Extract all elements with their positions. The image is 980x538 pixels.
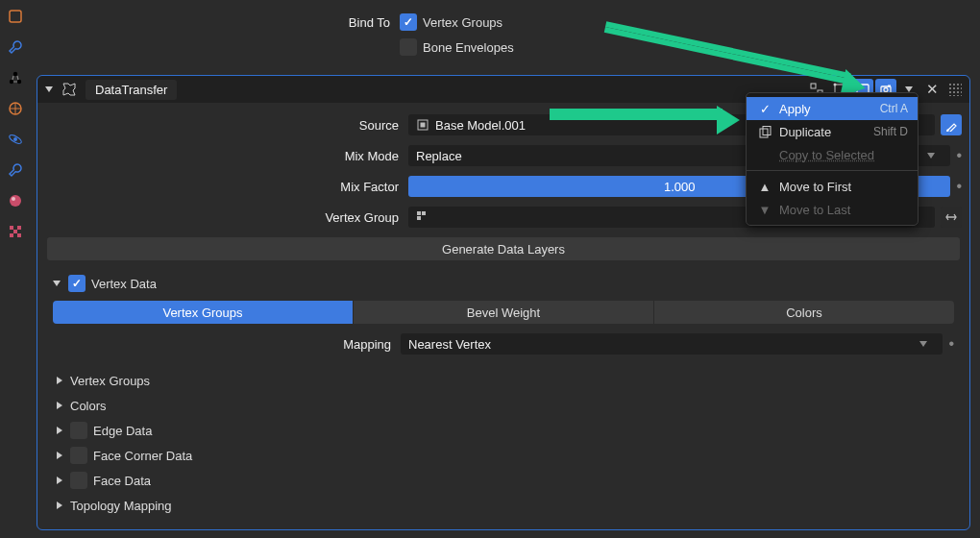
bone-envelopes-checkbox[interactable] (400, 38, 417, 56)
shortcut-label: Shift D (873, 125, 908, 138)
svg-rect-14 (811, 84, 816, 88)
mix-factor-label: Mix Factor (45, 180, 408, 194)
svg-rect-10 (17, 226, 21, 230)
svg-point-8 (12, 197, 15, 201)
svg-point-7 (10, 195, 21, 207)
scene-tab-icon[interactable] (7, 69, 24, 86)
tab-vertex-groups[interactable]: Vertex Groups (53, 301, 354, 324)
vertex-groups-label: Vertex Groups (423, 15, 502, 30)
mix-mode-label: Mix Mode (45, 149, 408, 163)
svg-point-5 (13, 137, 17, 141)
tab-colors[interactable]: Colors (654, 301, 954, 324)
drag-handle-icon[interactable] (948, 83, 962, 96)
menu-separator (747, 170, 918, 171)
menu-item-apply[interactable]: ✓ Apply Ctrl A (747, 97, 918, 120)
modifier-type-icon (61, 81, 78, 98)
menu-item-move-to-first[interactable]: ▲ Move to First (747, 175, 918, 198)
mix-factor-value: 1.000 (664, 180, 696, 194)
source-eyedropper-button[interactable] (941, 114, 962, 135)
duplicate-icon (756, 126, 773, 138)
vertex-groups-checkbox[interactable] (400, 13, 417, 31)
svg-point-2 (17, 80, 21, 84)
list-item-vertex-groups[interactable]: Vertex Groups (53, 368, 954, 393)
face-corner-data-checkbox[interactable] (70, 447, 87, 464)
mapping-label: Mapping (53, 337, 401, 352)
svg-rect-27 (421, 123, 426, 128)
svg-rect-31 (760, 129, 768, 137)
physics-tab-icon[interactable] (7, 131, 24, 148)
menu-item-move-to-last: ▼ Move to Last (747, 198, 918, 221)
chevron-down-icon[interactable] (53, 281, 61, 286)
mesh-icon (416, 118, 429, 132)
vertex-data-checkbox[interactable] (68, 275, 86, 292)
chevron-right-icon (57, 501, 62, 509)
chevron-right-icon (57, 477, 62, 484)
menu-item-duplicate[interactable]: Duplicate Shift D (747, 120, 918, 143)
svg-rect-25 (888, 86, 891, 87)
material-tab-icon[interactable] (7, 192, 24, 209)
svg-point-24 (884, 88, 888, 92)
svg-point-3 (13, 72, 17, 76)
edge-data-checkbox[interactable] (70, 422, 87, 439)
svg-rect-11 (13, 230, 17, 233)
list-item-topology-mapping[interactable]: Topology Mapping (53, 493, 954, 518)
invert-vgroup-button[interactable] (941, 207, 962, 228)
shortcut-label: Ctrl A (880, 102, 908, 115)
modifier-close-button[interactable]: ✕ (921, 79, 943, 100)
bone-envelopes-label: Bone Envelopes (423, 40, 514, 55)
svg-rect-29 (422, 211, 426, 215)
bind-to-label: Bind To (37, 15, 400, 30)
list-item-face-corner-data[interactable]: Face Corner Data (53, 443, 954, 468)
properties-panel: Bind To Vertex Groups Bone Envelopes Dat… (31, 0, 980, 538)
vertex-group-label: Vertex Group (45, 210, 408, 225)
mapping-value: Nearest Vertex (408, 337, 491, 352)
animate-dot[interactable]: • (943, 335, 954, 353)
svg-rect-32 (763, 126, 771, 134)
generate-data-layers-button[interactable]: Generate Data Layers (47, 237, 960, 260)
triangle-up-icon: ▲ (756, 180, 773, 194)
vertex-data-tabs: Vertex Groups Bevel Weight Colors (53, 301, 954, 324)
animate-dot[interactable]: • (950, 147, 962, 164)
svg-point-18 (844, 84, 846, 86)
modifier-name-field[interactable]: DataTransfer (86, 80, 177, 100)
face-data-checkbox[interactable] (70, 472, 87, 489)
svg-point-1 (10, 80, 13, 84)
source-label: Source (45, 118, 408, 133)
chevron-down-icon[interactable] (45, 86, 53, 92)
check-icon: ✓ (756, 102, 773, 116)
world-tab-icon[interactable] (7, 100, 24, 117)
vertex-data-subpanel: Vertex Data Vertex Groups Bevel Weight C… (53, 272, 954, 518)
chevron-right-icon (57, 377, 62, 384)
list-item-face-data[interactable]: Face Data (53, 468, 954, 493)
chevron-right-icon (57, 402, 62, 409)
mix-mode-value: Replace (416, 149, 462, 163)
mapping-field[interactable]: Nearest Vertex (401, 333, 943, 355)
vgroup-icon (416, 210, 429, 224)
animate-dot[interactable]: • (950, 178, 962, 195)
modifier-tab-icon[interactable] (7, 161, 24, 179)
editor-tab-strip (0, 0, 31, 538)
vertex-data-header: Vertex Data (91, 277, 157, 291)
tab-bevel-weight[interactable]: Bevel Weight (354, 301, 654, 324)
svg-point-17 (834, 84, 837, 86)
modifier-dropdown-menu: ✓ Apply Ctrl A Duplicate Shift D Copy to… (746, 92, 919, 226)
svg-rect-0 (10, 11, 21, 22)
svg-rect-30 (417, 216, 421, 220)
texture-tab-icon[interactable] (7, 223, 24, 240)
render-tab-icon[interactable] (7, 8, 24, 25)
chevron-right-icon (57, 427, 62, 434)
svg-rect-13 (17, 233, 21, 237)
source-value: Base Model.001 (435, 118, 526, 133)
tool-tab-icon[interactable] (7, 38, 24, 56)
list-item-edge-data[interactable]: Edge Data (53, 418, 954, 443)
menu-item-copy-to-selected: Copy to Selected (747, 143, 918, 166)
svg-rect-28 (417, 211, 421, 215)
svg-rect-12 (10, 233, 13, 237)
list-item-colors[interactable]: Colors (53, 393, 954, 418)
chevron-right-icon (57, 452, 62, 459)
triangle-down-icon: ▼ (756, 203, 773, 217)
svg-rect-9 (10, 226, 13, 230)
